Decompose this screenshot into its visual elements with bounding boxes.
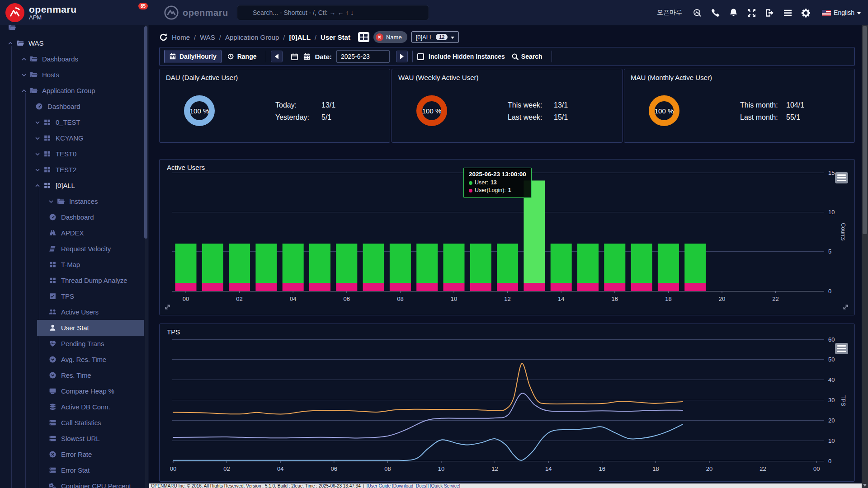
app-logo[interactable]: openmaru APM [5,3,77,22]
sidebar-item-label: Compare Heap % [61,387,114,395]
chart-menu-icon[interactable] [835,172,848,183]
close-icon[interactable]: ✕ [376,33,383,41]
chart-title: Active Users [167,164,205,171]
bar-login-h15 [577,283,599,291]
chevron-down-icon[interactable] [34,119,41,126]
chevron-down-icon[interactable] [34,167,41,173]
chevron-down-icon[interactable] [34,135,41,141]
resize-handle-icon[interactable] [842,304,849,310]
breadcrumb-item-was[interactable]: WAS [200,33,215,41]
search-button[interactable]: Search [509,50,547,63]
svg-text:12: 12 [504,296,510,302]
signout-icon[interactable] [765,8,774,18]
breadcrumb-item-user-stat[interactable]: User Stat [321,33,350,41]
scrollbar-down-arrow-icon[interactable] [863,484,867,487]
chevron-down-icon[interactable] [21,72,27,78]
expand-icon[interactable] [747,8,756,18]
bar-login-h17 [631,283,652,291]
kpi-card-dau: DAU (Daily Active User)100 %Today:13/1Ye… [159,69,390,143]
sidebar-item-active-users[interactable]: Active Users [0,304,149,320]
sidebar-item-pending-trans[interactable]: Pending Trans [0,336,149,352]
next-date-button[interactable] [396,51,408,62]
chevron-up-icon[interactable] [21,56,27,62]
breadcrumb-item-home[interactable]: Home [172,33,190,41]
sidebar-item-clipped[interactable] [0,25,149,35]
sidebar-item-t-map[interactable]: T-Map [0,257,149,272]
sidebar-item-dashboard[interactable]: Dashboard [0,209,149,225]
apm-scope-icon[interactable] [693,8,702,18]
sidebar-item-res-time[interactable]: Res. Time [0,367,149,383]
chevron-up-icon[interactable] [7,40,14,47]
sidebar-item-call-statistics[interactable]: Call Statistics [0,415,149,431]
refresh-icon[interactable] [159,33,168,42]
sidebar-item-label: Active Users [61,308,99,316]
chevron-up-icon[interactable] [34,183,41,189]
sidebar-item-instances[interactable]: Instances [0,193,149,209]
sidebar-item-user-stat[interactable]: User Stat [0,320,149,336]
page-scrollbar-thumb[interactable] [863,26,867,234]
calendar-filled-icon[interactable] [303,53,311,61]
daily-hourly-button[interactable]: Daily/Hourly [164,50,222,63]
chevron-down-icon[interactable] [48,198,54,205]
global-search-input[interactable] [253,9,424,16]
svg-text:04: 04 [277,465,283,472]
include-hidden-label: Include Hidden Instances [429,53,505,60]
sidebar-item-active-db-conn[interactable]: Active DB Conn. [0,399,149,415]
legend-dot-icon [469,181,472,185]
sidebar-item-0-all[interactable]: [0]ALL [0,178,149,193]
calendar-outline-icon[interactable] [291,53,298,61]
gear-icon[interactable] [801,8,811,18]
svg-text:08: 08 [384,465,391,472]
sidebar-item-dashboards[interactable]: Dashboards [0,51,149,67]
bell-icon[interactable] [729,8,738,18]
sidebar-item-tps[interactable]: TPS [0,288,149,304]
language-selector[interactable]: English [822,9,861,16]
sidebar-item-label: Hosts [42,71,59,79]
chevron-up-icon[interactable] [21,88,27,94]
tps-plot[interactable]: 010203040506000020406081012141618202200T… [160,324,854,481]
stat-row: Last month:55/1 [740,111,809,123]
prev-date-button[interactable] [271,51,283,62]
tps-svg[interactable]: 010203040506000020406081012141618202200T… [160,324,854,481]
sidebar-item-kcyang[interactable]: KCYANG [0,130,149,146]
group-count-badge: 12 [436,34,448,40]
svg-text:02: 02 [223,465,230,472]
sidebar-item-was[interactable]: WAS [0,35,149,51]
grid-view-icon[interactable] [358,32,369,42]
filter-tag-name[interactable]: ✕ Name [373,31,407,43]
folder-icon [30,71,38,79]
sidebar-item-apdex[interactable]: APDEX [0,225,149,241]
sidebar-item-avg-res-time[interactable]: Avg. Res. Time [0,352,149,367]
notification-bell[interactable]: 85 [134,7,145,19]
sidebar-item-hosts[interactable]: Hosts [0,67,149,83]
svg-text:15: 15 [828,169,835,176]
sidebar-item-compare-heap[interactable]: Compare Heap % [0,383,149,399]
include-hidden-checkbox[interactable] [417,53,424,60]
chevron-down-icon[interactable] [34,151,41,157]
breadcrumb-item-0-all[interactable]: [0]ALL [289,33,311,41]
sidebar-item-thread-dump-analyze[interactable]: Thread Dump Analyze [0,272,149,288]
sidebar-item-0-test[interactable]: 0_TEST [0,114,149,130]
footer-links[interactable]: [User Guide [Download_Docs]] [Quick Serv… [367,483,460,488]
chart-menu-icon[interactable] [835,343,848,354]
resize-handle-icon[interactable] [164,304,171,310]
sidebar-item-dashboard[interactable]: Dashboard [0,99,149,114]
sidebar-item-application-group[interactable]: Application Group [0,83,149,99]
sidebar-item-slowest-url[interactable]: Slowest URL [0,431,149,446]
breadcrumb-item-application-group[interactable]: Application Group [225,33,279,41]
username-label[interactable]: 오픈마루 [657,9,682,17]
sidebar-item-request-velocity[interactable]: Request Velocity [0,241,149,257]
footer-info: OPENMARU Inc. © 2016. All Rights Reserve… [151,483,361,488]
sidebar-item-error-rate[interactable]: Error Rate [0,446,149,462]
menu-icon[interactable] [783,8,793,18]
phone-icon[interactable] [711,8,720,18]
group-dropdown[interactable]: [0]ALL 12 [411,31,459,43]
sidebar-item-container-cpu-percent[interactable]: Container CPU Percent [0,478,149,488]
date-input[interactable] [336,50,390,63]
database-icon [49,403,57,411]
sidebar-item-test0[interactable]: TEST0 [0,146,149,162]
sidebar-item-error-stat[interactable]: Error Stat [0,462,149,478]
range-button[interactable]: Range [226,50,261,63]
sidebar-item-test2[interactable]: TEST2 [0,162,149,178]
page-scrollbar[interactable] [862,25,868,488]
